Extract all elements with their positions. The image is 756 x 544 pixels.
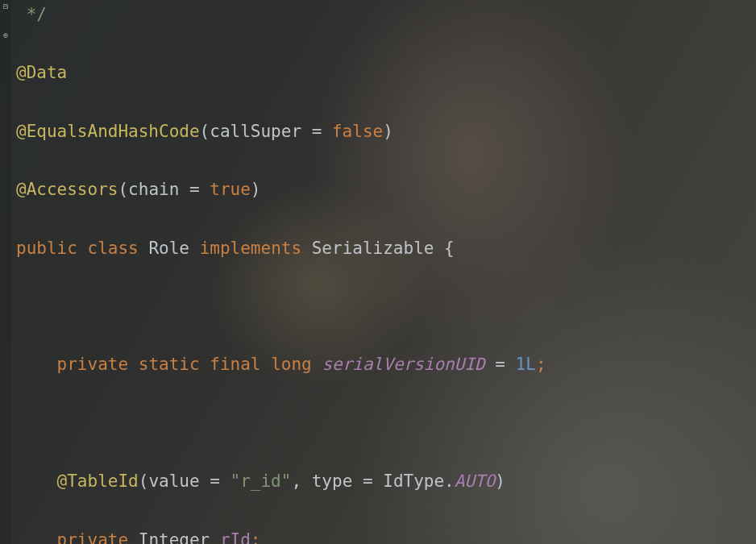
kw-implements: implements xyxy=(200,239,301,258)
code-line xyxy=(16,292,756,321)
kw-public: public xyxy=(16,239,77,258)
code-line: */ xyxy=(16,0,756,29)
string-rid: "r_id" xyxy=(231,471,292,491)
param-value: value xyxy=(148,471,199,491)
kw-private: private xyxy=(57,355,129,374)
param-chain: chain xyxy=(128,180,179,199)
literal-true: true xyxy=(210,180,251,199)
dot: . xyxy=(444,471,455,491)
code-line xyxy=(16,409,756,438)
code-line: @TableId(value = "r_id", type = IdType.A… xyxy=(16,467,756,496)
op-eq: = xyxy=(352,471,383,491)
code-line: @EqualsAndHashCode(callSuper = false) xyxy=(16,117,756,146)
paren-close: ) xyxy=(383,122,393,141)
comment-close: */ xyxy=(16,5,47,24)
code-line: public class Role implements Serializabl… xyxy=(16,234,756,263)
op-eq: = xyxy=(485,355,516,374)
kw-final: final xyxy=(210,355,260,374)
enum-auto: AUTO xyxy=(455,471,496,491)
op-eq: = xyxy=(200,471,231,491)
iface-serializable: Serializable xyxy=(312,239,434,258)
annotation-accessors: @Accessors xyxy=(16,180,118,199)
code-line: @Accessors(chain = true) xyxy=(16,175,756,204)
code-line: private static final long serialVersionU… xyxy=(16,350,756,379)
paren-open: ( xyxy=(200,122,210,141)
semicolon: ; xyxy=(536,355,546,374)
field-serialversionuid: serialVersionUID xyxy=(322,355,484,374)
paren-close: ) xyxy=(495,471,505,491)
annotation-equals-hashcode: @EqualsAndHashCode xyxy=(16,122,200,141)
kw-static: static xyxy=(139,355,200,374)
literal-false: false xyxy=(332,122,383,141)
op-eq: = xyxy=(301,122,332,141)
paren-open: ( xyxy=(118,180,128,199)
type-integer: Integer xyxy=(139,530,210,544)
semicolon: ; xyxy=(251,530,261,544)
code-line: private Integer rId; xyxy=(16,525,756,544)
paren-open: ( xyxy=(139,471,149,491)
annotation-tableid: @TableId xyxy=(57,471,139,491)
kw-class: class xyxy=(88,239,139,258)
brace-open: { xyxy=(444,239,455,258)
annotation-data: @Data xyxy=(16,63,67,82)
param-type: type xyxy=(312,471,353,491)
type-idtype: IdType xyxy=(383,471,444,491)
paren-close: ) xyxy=(251,180,261,199)
comma: , xyxy=(291,471,301,491)
code-editor[interactable]: */ @Data @EqualsAndHashCode(callSuper = … xyxy=(0,0,756,544)
code-line: @Data xyxy=(16,58,756,87)
op-eq: = xyxy=(179,180,210,199)
type-long: long xyxy=(271,355,312,374)
field-rid: rId xyxy=(220,530,251,544)
class-name: Role xyxy=(148,239,189,258)
kw-private: private xyxy=(57,530,129,544)
literal-1l: 1L xyxy=(516,355,536,374)
param-callsuper: callSuper xyxy=(210,122,301,141)
